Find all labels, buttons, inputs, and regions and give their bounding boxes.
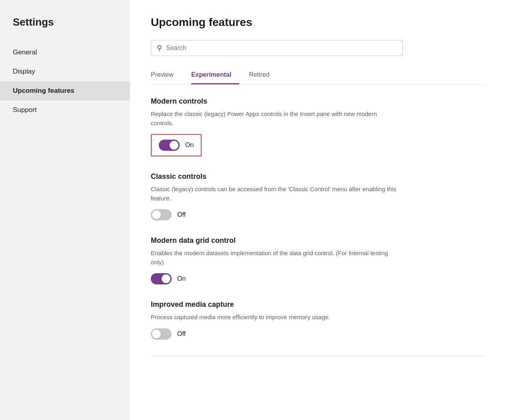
sidebar-title: Settings (0, 16, 130, 43)
search-input[interactable] (166, 44, 397, 52)
toggle-classic-controls[interactable] (151, 209, 172, 220)
toggle-knob-modern-data-grid (162, 274, 170, 283)
feature-classic-controls: Classic controls Classic (legacy) contro… (151, 172, 486, 220)
toggle-row-improved-media-capture: Off (151, 328, 486, 340)
toggle-highlight-box: On (151, 134, 202, 156)
main-content: Upcoming features ⚲ Preview Experimental… (130, 0, 510, 420)
feature-improved-media-capture: Improved media capture Process captured … (151, 300, 486, 340)
sidebar-nav: General Display Upcoming features Suppor… (0, 43, 130, 120)
sidebar-item-upcoming-features[interactable]: Upcoming features (0, 81, 130, 100)
feature-title-classic-controls: Classic controls (151, 172, 486, 181)
feature-title-modern-data-grid: Modern data grid control (151, 236, 486, 245)
search-icon: ⚲ (157, 44, 162, 52)
feature-modern-data-grid: Modern data grid control Enables the mod… (151, 236, 486, 284)
feature-title-improved-media-capture: Improved media capture (151, 300, 486, 309)
feature-modern-controls: Modern controls Replace the classic (leg… (151, 97, 486, 156)
sidebar-item-display[interactable]: Display (0, 62, 130, 81)
tab-preview[interactable]: Preview (151, 67, 182, 84)
toggle-modern-controls[interactable] (159, 140, 180, 151)
toggle-knob-classic-controls (152, 210, 161, 219)
toggle-knob-modern-controls (170, 141, 178, 150)
tab-experimental[interactable]: Experimental (191, 67, 239, 84)
toggle-label-modern-controls: On (185, 142, 194, 149)
toggle-row-modern-data-grid: On (151, 273, 486, 284)
feature-desc-classic-controls: Classic (legacy) controls can be accesse… (151, 185, 399, 203)
toggle-knob-improved-media-capture (152, 330, 161, 338)
page-title: Upcoming features (151, 16, 486, 29)
sidebar-item-support[interactable]: Support (0, 100, 130, 120)
toggle-modern-data-grid[interactable] (151, 273, 172, 284)
feature-title-modern-controls: Modern controls (151, 97, 486, 106)
toggle-label-classic-controls: Off (177, 211, 186, 218)
toggle-improved-media-capture[interactable] (151, 328, 172, 340)
toggle-label-modern-data-grid: On (177, 275, 186, 282)
bottom-divider (151, 356, 486, 356)
toggle-row-classic-controls: Off (151, 209, 486, 220)
toggle-label-improved-media-capture: Off (177, 330, 186, 338)
feature-desc-improved-media-capture: Process captured media more efficiently … (151, 313, 399, 322)
search-box[interactable]: ⚲ (151, 40, 403, 56)
feature-desc-modern-controls: Replace the classic (legacy) Power Apps … (151, 110, 399, 128)
sidebar: Settings General Display Upcoming featur… (0, 0, 130, 420)
feature-desc-modern-data-grid: Enables the modern datasets implementati… (151, 249, 399, 267)
tabs: Preview Experimental Retired (151, 67, 486, 84)
tab-retired[interactable]: Retired (249, 67, 278, 84)
sidebar-item-general[interactable]: General (0, 43, 130, 62)
